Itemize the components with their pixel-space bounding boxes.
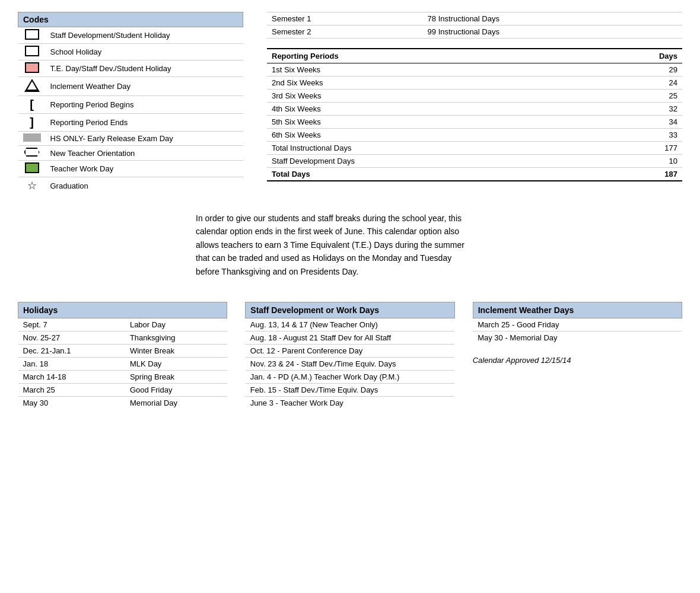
semester-row: Semester 299 Instructional Days [267,25,682,39]
semester-row: Semester 178 Instructional Days [267,12,682,25]
reporting-label: 6th Six Weeks [267,129,586,142]
reporting-row: 6th Six Weeks33 [267,129,682,142]
reporting-label: 4th Six Weeks [267,103,586,116]
semester-value: 78 Instructional Days [423,12,682,25]
reporting-row: Total Days187 [267,168,682,181]
codes-row: ]Reporting Period Ends [18,114,243,132]
inclement-row: May 30 - Memorial Day [473,331,682,344]
staff-dev-item: Aug. 13, 14 & 17 (New Teacher Only) [246,318,454,331]
staff-dev-row: Jan. 4 - PD (A.M.) Teacher Work Day (P.M… [246,370,454,383]
holiday-row: March 14-18Spring Break [18,370,227,383]
staff-dev-item: June 3 - Teacher Work Day [246,396,454,409]
right-info: Semester 178 Instructional DaysSemester … [267,12,682,194]
reporting-label: Total Days [267,168,586,181]
reporting-label: 2nd Six Weeks [267,76,586,90]
reporting-days: 25 [586,90,682,103]
codes-icon-cell: [ [18,96,46,114]
holiday-date: Nov. 25-27 [18,331,125,344]
holiday-row: May 30Memorial Day [18,396,227,409]
codes-row: School Holiday [18,44,243,60]
codes-row: Staff Development/Student Holiday [18,27,243,44]
reporting-days: 34 [586,116,682,129]
codes-header: Codes [18,12,243,27]
pink-rect-icon [25,62,39,73]
holiday-label: Winter Break [125,344,227,357]
description-text: In order to give our students and staff … [196,212,469,278]
reporting-row: 5th Six Weeks34 [267,116,682,129]
holiday-date: March 25 [18,383,125,396]
holiday-row: Jan. 18MLK Day [18,357,227,370]
holiday-date: Jan. 18 [18,357,125,370]
holiday-date: Dec. 21-Jan.1 [18,344,125,357]
top-section: Codes Staff Development/Student HolidayS… [18,12,682,194]
staff-dev-item: Jan. 4 - PD (A.M.) Teacher Work Day (P.M… [246,370,454,383]
semester-value: 99 Instructional Days [423,25,682,39]
calendar-approved: Calendar Approved 12/15/14 [473,356,682,365]
reporting-row: 3rd Six Weeks25 [267,90,682,103]
staff-dev-row: Feb. 15 - Staff Dev./Time Equiv. Days [246,383,454,396]
star-icon: ☆ [27,179,37,192]
codes-row: ☆Graduation [18,177,243,195]
reporting-row: 4th Six Weeks32 [267,103,682,116]
hexagon-icon [24,148,40,157]
reporting-label: 3rd Six Weeks [267,90,586,103]
staff-dev-row: Oct. 12 - Parent Conference Day [246,344,454,357]
reporting-days: 32 [586,103,682,116]
codes-section: Codes Staff Development/Student HolidayS… [18,12,243,194]
holiday-label: Good Friday [125,383,227,396]
holiday-label: Labor Day [125,318,227,331]
holiday-row: Dec. 21-Jan.1Winter Break [18,344,227,357]
green-rect-icon [25,162,39,173]
holiday-row: March 25Good Friday [18,383,227,396]
staff-dev-item: Oct. 12 - Parent Conference Day [246,344,454,357]
inclement-section: Inclement Weather Days March 25 - Good F… [473,302,682,409]
codes-row: HS ONLY- Early Release Exam Day [18,132,243,146]
holiday-date: March 14-18 [18,370,125,383]
staff-dev-row: June 3 - Teacher Work Day [246,396,454,409]
reporting-days: 29 [586,63,682,76]
codes-table: Codes Staff Development/Student HolidayS… [18,12,243,194]
staff-dev-row: Aug. 13, 14 & 17 (New Teacher Only) [246,318,454,331]
codes-icon-cell [18,161,46,177]
staff-dev-section: Staff Development or Work Days Aug. 13, … [245,302,454,409]
codes-row: [Reporting Period Begins [18,96,243,114]
reporting-row: 2nd Six Weeks24 [267,76,682,90]
inclement-table: Inclement Weather Days March 25 - Good F… [473,302,682,344]
semester-table: Semester 178 Instructional DaysSemester … [267,12,682,39]
reporting-table: Reporting Periods Days 1st Six Weeks292n… [267,48,682,181]
reporting-row: Total Instructional Days177 [267,142,682,155]
staff-dev-item: Feb. 15 - Staff Dev./Time Equiv. Days [246,383,454,396]
codes-icon-cell [18,27,46,44]
codes-row: New Teacher Orientation [18,146,243,161]
reporting-days: 24 [586,76,682,90]
bracket-close-icon: ] [30,116,34,129]
codes-icon-cell [18,77,46,96]
codes-label: Reporting Period Ends [46,114,243,132]
gray-rect-icon [23,133,41,142]
staff-dev-item: Nov. 23 & 24 - Staff Dev./Time Equiv. Da… [246,357,454,370]
holiday-date: Sept. 7 [18,318,125,331]
semester-label: Semester 2 [267,25,423,39]
codes-label: Reporting Period Begins [46,96,243,114]
days-header: Days [586,49,682,63]
inclement-item: March 25 - Good Friday [473,318,682,331]
codes-icon-cell [18,60,46,77]
reporting-header: Reporting Periods [267,49,586,63]
codes-icon-cell [18,44,46,60]
codes-label: Teacher Work Day [46,161,243,177]
holiday-row: Sept. 7Labor Day [18,318,227,331]
staff-dev-row: Nov. 23 & 24 - Staff Dev./Time Equiv. Da… [246,357,454,370]
bracket-open-icon: [ [30,98,34,111]
codes-label: New Teacher Orientation [46,146,243,161]
holidays-header: Holidays [18,302,227,318]
codes-label: Staff Development/Student Holiday [46,27,243,44]
white-rect-icon [25,29,39,40]
holiday-label: Memorial Day [125,396,227,409]
codes-icon-cell [18,146,46,161]
codes-row: T.E. Day/Staff Dev./Student Holiday [18,60,243,77]
inclement-header: Inclement Weather Days [473,302,682,318]
reporting-label: Total Instructional Days [267,142,586,155]
reporting-label: Staff Development Days [267,155,586,168]
holiday-label: Spring Break [125,370,227,383]
semester-label: Semester 1 [267,12,423,25]
